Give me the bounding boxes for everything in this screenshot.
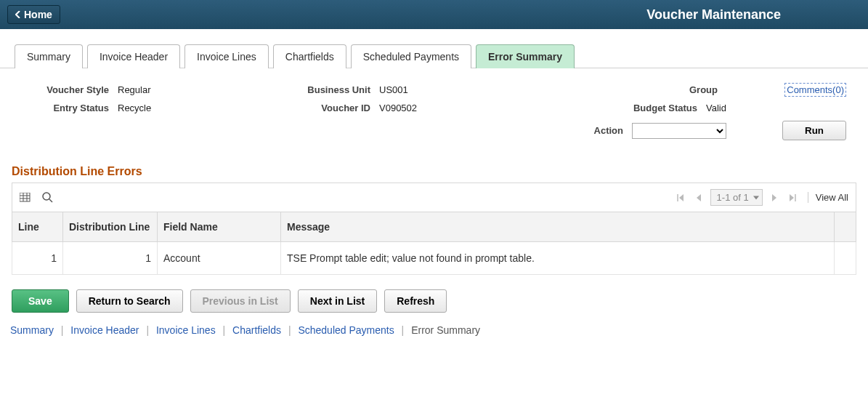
- app-header: Home Voucher Maintenance: [0, 0, 868, 29]
- home-button[interactable]: Home: [7, 5, 60, 24]
- first-page-icon[interactable]: [674, 194, 687, 201]
- view-all-link[interactable]: View All: [808, 192, 848, 203]
- last-page-icon[interactable]: [786, 194, 799, 201]
- next-page-icon[interactable]: [768, 194, 780, 201]
- table-header-row: Line Distribution Line Field Name Messag…: [12, 212, 856, 242]
- cell-line: 1: [12, 242, 63, 275]
- page-indicator[interactable]: 1-1 of 1: [710, 189, 763, 206]
- svg-point-5: [43, 193, 50, 200]
- run-button[interactable]: Run: [782, 121, 846, 140]
- separator: |: [219, 324, 230, 336]
- return-to-search-button[interactable]: Return to Search: [76, 289, 183, 313]
- separator: |: [57, 324, 68, 336]
- field-group: Group: [501, 84, 726, 95]
- value-entry-status: Recycle: [118, 103, 151, 113]
- tab-scheduled-payments[interactable]: Scheduled Payments: [351, 44, 471, 68]
- bottom-link-summary[interactable]: Summary: [10, 324, 54, 336]
- label-voucher-id: Voucher ID: [261, 103, 370, 113]
- field-budget-status: Budget Status Valid: [501, 103, 726, 113]
- tab-invoice-lines[interactable]: Invoice Lines: [184, 44, 269, 68]
- label-entry-status: Entry Status: [22, 103, 109, 113]
- label-voucher-style: Voucher Style: [22, 84, 109, 95]
- label-group: Group: [630, 84, 718, 95]
- tabs-container: Summary Invoice Header Invoice Lines Cha…: [0, 29, 868, 68]
- col-line[interactable]: Line: [12, 212, 63, 242]
- tab-summary[interactable]: Summary: [15, 44, 83, 68]
- page-title-text: Voucher Maintenance: [646, 7, 781, 22]
- voucher-details: Voucher Style Regular Business Unit US00…: [0, 68, 868, 148]
- action-button-row: Save Return to Search Previous in List N…: [0, 275, 868, 318]
- chevron-left-icon: [15, 11, 21, 18]
- next-in-list-button[interactable]: Next in List: [298, 289, 377, 313]
- cell-spacer: [835, 242, 856, 275]
- refresh-button[interactable]: Refresh: [384, 289, 447, 313]
- action-select[interactable]: [632, 123, 726, 139]
- field-voucher-id: Voucher ID V090502: [261, 103, 501, 113]
- label-action: Action: [536, 125, 623, 136]
- bottom-link-chartfields[interactable]: Chartfields: [232, 324, 281, 336]
- grid-settings-icon[interactable]: [20, 192, 31, 204]
- section-title-distribution-errors: Distribution Line Errors: [0, 148, 868, 183]
- cell-distribution-line: 1: [63, 242, 158, 275]
- field-entry-status: Entry Status Recycle: [22, 103, 261, 113]
- search-icon[interactable]: [41, 192, 53, 204]
- value-voucher-id: V090502: [379, 103, 417, 113]
- separator: |: [284, 324, 296, 336]
- grid-toolbar: 1-1 of 1 View All: [12, 183, 856, 212]
- prev-page-icon[interactable]: [693, 194, 705, 201]
- tab-invoice-header[interactable]: Invoice Header: [87, 44, 180, 68]
- distribution-errors-table: Line Distribution Line Field Name Messag…: [12, 212, 856, 275]
- value-voucher-style: Regular: [118, 84, 151, 95]
- save-button[interactable]: Save: [12, 289, 69, 313]
- col-distribution-line[interactable]: Distribution Line: [63, 212, 158, 242]
- cell-field-name: Account: [158, 242, 281, 275]
- table-row[interactable]: 1 1 Account TSE Prompt table edit; value…: [12, 242, 856, 275]
- tab-chartfields[interactable]: Chartfields: [273, 44, 346, 68]
- bottom-link-invoice-header[interactable]: Invoice Header: [70, 324, 139, 336]
- tab-error-summary[interactable]: Error Summary: [476, 44, 575, 68]
- label-business-unit: Business Unit: [261, 84, 370, 95]
- separator: |: [142, 324, 153, 336]
- label-budget-status: Budget Status: [610, 103, 697, 113]
- bottom-link-scheduled-payments[interactable]: Scheduled Payments: [298, 324, 394, 336]
- col-field-name[interactable]: Field Name: [158, 212, 281, 242]
- page-title: Voucher Maintenance: [646, 7, 781, 23]
- cell-message: TSE Prompt table edit; value not found i…: [281, 242, 835, 275]
- col-message[interactable]: Message: [281, 212, 835, 242]
- field-business-unit: Business Unit US001: [261, 84, 501, 95]
- value-budget-status: Valid: [706, 103, 726, 113]
- bottom-nav: Summary | Invoice Header | Invoice Lines…: [0, 318, 868, 346]
- field-action: Action: [501, 123, 726, 139]
- col-spacer: [835, 212, 856, 242]
- previous-in-list-button[interactable]: Previous in List: [190, 289, 291, 313]
- comments-link[interactable]: Comments(0): [784, 83, 846, 97]
- field-voucher-style: Voucher Style Regular: [22, 84, 261, 95]
- svg-line-6: [49, 199, 52, 202]
- home-button-label: Home: [24, 9, 52, 20]
- value-business-unit: US001: [379, 84, 408, 95]
- svg-rect-0: [20, 193, 30, 201]
- bottom-link-invoice-lines[interactable]: Invoice Lines: [156, 324, 216, 336]
- bottom-link-error-summary: Error Summary: [411, 324, 480, 336]
- separator: |: [397, 324, 409, 336]
